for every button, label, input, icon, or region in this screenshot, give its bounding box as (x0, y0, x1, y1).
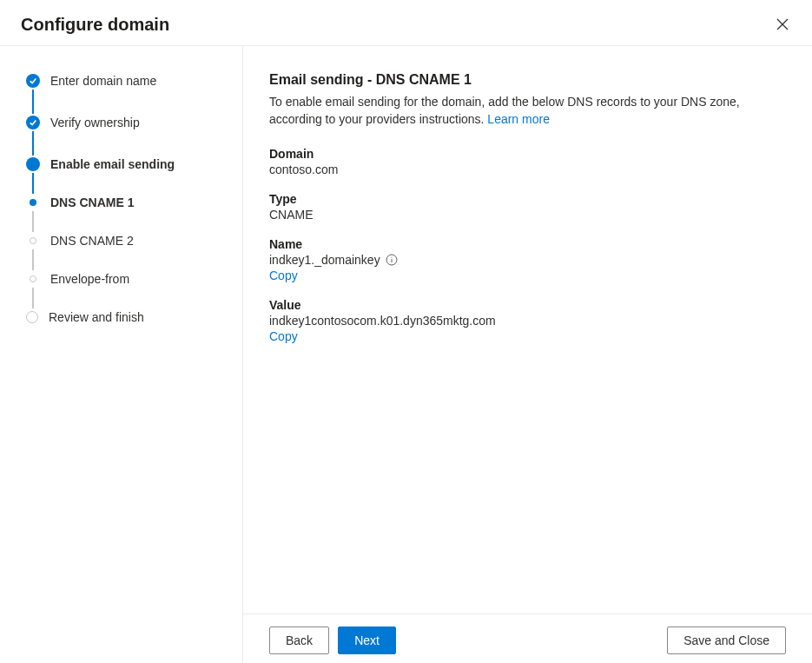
close-icon (776, 17, 789, 31)
name-value-text: indkey1._domainkey (269, 253, 380, 267)
step-connector (32, 90, 34, 114)
field-value: CNAME (269, 208, 786, 222)
content-description: To enable email sending for the domain, … (269, 93, 773, 128)
field-value: contoso.com (269, 162, 786, 176)
dialog-footer: Back Next Save and Close (243, 613, 812, 663)
step-label: Verify ownership (50, 116, 140, 129)
field-domain: Domain contoso.com (269, 147, 786, 176)
learn-more-link[interactable]: Learn more (487, 112, 550, 126)
field-value: indkey1._domainkey (269, 253, 786, 267)
checkmark-icon (26, 116, 40, 129)
step-dns-cname-2[interactable]: DNS CNAME 2 (26, 232, 225, 249)
step-connector (32, 249, 34, 270)
step-verify-ownership[interactable]: Verify ownership (26, 114, 225, 131)
step-label: DNS CNAME 1 (50, 196, 134, 209)
svg-point-4 (391, 256, 392, 257)
step-enter-domain-name[interactable]: Enter domain name (26, 72, 225, 90)
close-button[interactable] (770, 12, 795, 36)
dialog-body: Enter domain name Verify ownership Enabl… (0, 46, 812, 663)
copy-name-link[interactable]: Copy (269, 269, 298, 282)
wizard-stepper: Enter domain name Verify ownership Enabl… (0, 46, 243, 663)
step-enable-email-sending[interactable]: Enable email sending (26, 156, 225, 173)
step-label: DNS CNAME 2 (50, 234, 134, 248)
field-type: Type CNAME (269, 192, 786, 222)
dialog-header: Configure domain (0, 0, 812, 46)
value-value-text: indkey1contosocom.k01.dyn365mktg.com (269, 314, 786, 328)
current-step-marker (26, 157, 40, 171)
step-review-and-finish[interactable]: Review and finish (26, 308, 225, 326)
main-panel: Email sending - DNS CNAME 1 To enable em… (243, 46, 812, 663)
field-label: Value (269, 298, 786, 312)
future-step-marker (26, 311, 38, 323)
step-connector (32, 288, 34, 308)
field-label: Name (269, 237, 786, 251)
save-and-close-button[interactable]: Save and Close (667, 627, 786, 654)
step-connector (32, 131, 34, 156)
dialog-title: Configure domain (21, 15, 169, 35)
field-name: Name indkey1._domainkey Copy (269, 237, 786, 282)
step-dns-cname-1[interactable]: DNS CNAME 1 (26, 194, 225, 211)
copy-value-link[interactable]: Copy (269, 329, 298, 343)
back-button[interactable]: Back (269, 627, 329, 654)
field-value: Value indkey1contosocom.k01.dyn365mktg.c… (269, 298, 786, 343)
step-label: Review and finish (49, 310, 144, 324)
checkmark-icon (26, 74, 40, 88)
step-envelope-from[interactable]: Envelope-from (26, 270, 225, 288)
future-substep-marker (30, 275, 36, 282)
step-label: Envelope-from (50, 272, 129, 286)
info-icon[interactable] (386, 254, 398, 266)
field-label: Type (269, 192, 786, 206)
content-title: Email sending - DNS CNAME 1 (269, 72, 786, 88)
step-connector (32, 211, 34, 232)
next-button[interactable]: Next (338, 627, 396, 654)
footer-left-buttons: Back Next (269, 627, 396, 654)
step-label: Enable email sending (50, 157, 175, 171)
step-label: Enter domain name (50, 74, 156, 88)
future-substep-marker (30, 237, 36, 244)
step-connector (32, 173, 34, 194)
content-area: Email sending - DNS CNAME 1 To enable em… (243, 46, 812, 613)
current-substep-marker (30, 199, 36, 206)
field-label: Domain (269, 147, 786, 161)
